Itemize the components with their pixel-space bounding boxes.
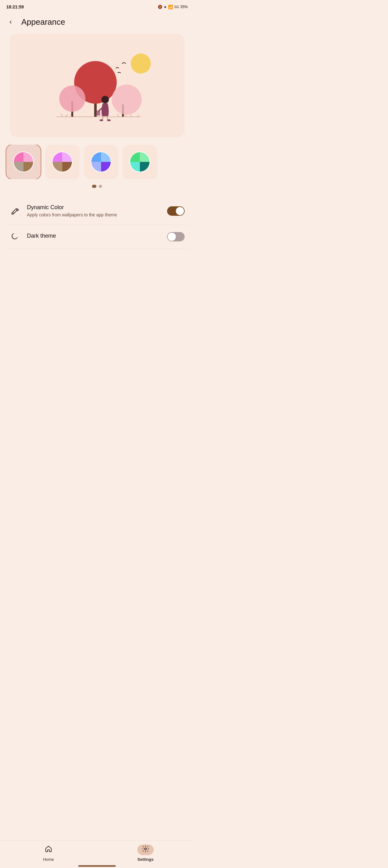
battery-text: 35% [180,5,188,9]
svg-line-5 [125,114,126,117]
dark-theme-title: Dark theme [27,232,161,239]
back-icon: ‹ [9,18,11,26]
svg-rect-21 [96,111,100,116]
dynamic-color-toggle[interactable] [167,206,185,216]
svg-point-19 [107,119,111,121]
status-icons: 🔕 ★ 📶 5G 35% [158,5,188,9]
svg-point-14 [131,54,151,73]
header: ‹ Appearance [0,12,194,34]
svg-point-15 [101,96,109,103]
pagination-dots [0,185,194,188]
svg-line-4 [118,114,119,117]
swatch-4[interactable] [123,145,157,179]
svg-point-13 [112,85,142,115]
toggle-knob-dynamic [176,207,184,215]
dark-theme-item: Dark theme [6,225,188,249]
mute-icon: 🔕 [158,5,162,9]
signal-icon: 5G [174,5,179,9]
theme-illustration [9,34,185,137]
toggle-knob-dark [168,232,176,241]
back-button[interactable]: ‹ [5,16,16,28]
pagination-dot-1[interactable] [92,185,96,188]
bluetooth-icon: ★ [164,5,167,9]
dynamic-color-text: Dynamic Color Apply colors from wallpape… [27,204,161,218]
theme-preview-card [9,34,185,137]
status-bar: 18:21:59 🔕 ★ 📶 5G 35% [0,0,194,12]
swatch-3[interactable] [84,145,118,179]
dark-theme-toggle[interactable] [167,232,185,241]
svg-line-6 [130,114,131,117]
settings-section: Dynamic Color Apply colors from wallpape… [0,198,194,249]
pagination-dot-2[interactable] [99,185,102,188]
wifi-icon: 📶 [168,5,173,9]
dynamic-color-desc: Apply colors from wallpapers to the app … [27,212,161,218]
dynamic-color-icon [9,206,21,217]
dynamic-color-item: Dynamic Color Apply colors from wallpape… [6,198,188,225]
swatch-2[interactable] [45,145,79,179]
svg-line-1 [61,114,63,117]
page-title: Appearance [21,17,65,27]
swatches-row [0,145,194,179]
status-time: 18:21:59 [6,4,24,9]
svg-line-2 [66,114,67,117]
dynamic-color-title: Dynamic Color [27,204,161,211]
dark-theme-text: Dark theme [27,232,161,241]
svg-point-11 [59,86,86,112]
swatch-1[interactable] [6,145,41,179]
svg-line-7 [138,115,139,117]
dark-theme-icon [9,231,21,242]
svg-point-18 [99,119,103,121]
